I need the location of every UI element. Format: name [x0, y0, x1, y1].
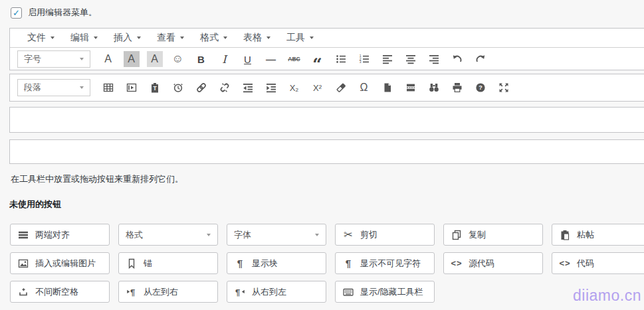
chevron-down-icon: [310, 37, 314, 39]
unused-format-select[interactable]: 格式: [118, 224, 218, 246]
page-document-button[interactable]: [376, 78, 399, 97]
menu-item-format[interactable]: 格式: [192, 29, 235, 47]
clock-icon: [173, 82, 183, 93]
unused-justify-button[interactable]: 两端对齐: [10, 224, 110, 246]
horizontal-rule-button[interactable]: —: [259, 50, 282, 68]
unused-image-button[interactable]: 插入或编辑图片: [10, 252, 110, 274]
unused-show-invisible-button[interactable]: ¶显示不可见字符: [335, 252, 435, 274]
svg-text:T: T: [153, 85, 157, 92]
clear-format-button[interactable]: [329, 78, 352, 97]
unused-font-select[interactable]: 字体: [227, 224, 326, 246]
align-left-icon: [382, 54, 393, 64]
document-icon: [382, 82, 393, 93]
media-icon: [126, 82, 137, 93]
smiley-icon: ☺: [172, 52, 183, 66]
pilcrow-icon: ¶: [342, 258, 354, 269]
paste-text-button[interactable]: T: [143, 78, 166, 97]
chevron-down-icon: [80, 58, 84, 60]
numbered-list-button[interactable]: 123: [352, 50, 376, 68]
anchor-icon: [126, 258, 138, 269]
unused-code-button[interactable]: <>代码: [552, 252, 644, 274]
media-button[interactable]: [120, 78, 143, 97]
italic-button[interactable]: I: [213, 50, 236, 68]
editor-settings-page: ✓ 启用编辑器菜单。 文件 编辑 插入 查看 格式 表格 工具 字号 A A A…: [0, 0, 644, 310]
toolbar-row-2: 段落 T X₂ X² Ω ?: [10, 74, 644, 101]
toolbar-row-4-dropzone[interactable]: [9, 139, 644, 164]
outdent-button[interactable]: [236, 78, 259, 97]
find-replace-button[interactable]: [422, 78, 445, 97]
fullscreen-button[interactable]: [492, 78, 515, 97]
emoticons-button[interactable]: ☺: [166, 50, 189, 68]
svg-text:?: ?: [479, 84, 483, 91]
unused-rtl-button[interactable]: ¶从右到左: [227, 281, 326, 303]
redo-button[interactable]: [469, 50, 492, 68]
unlink-button[interactable]: [213, 78, 236, 97]
unused-nbsp-button[interactable]: 不间断空格: [10, 281, 110, 303]
chevron-down-icon: [51, 37, 54, 39]
help-icon: ?: [475, 82, 486, 93]
align-center-icon: [405, 54, 416, 64]
superscript-button[interactable]: X²: [306, 78, 329, 97]
blockquote-button[interactable]: “: [306, 50, 329, 68]
menu-item-tools[interactable]: 工具: [278, 29, 322, 47]
unused-paste-button[interactable]: 粘帖: [552, 224, 644, 246]
insert-time-button[interactable]: [166, 78, 189, 97]
link-button[interactable]: [189, 78, 213, 97]
menu-item-insert[interactable]: 插入: [106, 29, 149, 47]
menu-item-view[interactable]: 查看: [149, 29, 192, 47]
help-button[interactable]: ?: [469, 78, 492, 97]
toolbar-row-3-dropzone[interactable]: [9, 107, 644, 133]
menu-item-file[interactable]: 文件: [19, 29, 62, 47]
unused-buttons-grid: 两端对齐 格式 字体 ✂剪切 复制 粘帖 插入或编辑图片 锚 ¶显示块 ¶显示不…: [10, 224, 644, 303]
unused-buttons-heading: 未使用的按钮: [9, 198, 61, 210]
font-size-select[interactable]: 字号: [17, 50, 90, 68]
align-center-button[interactable]: [399, 50, 422, 68]
unused-toggle-toolbar-button[interactable]: 显示/隐藏工具栏: [335, 281, 435, 303]
pilcrow-icon: ¶: [234, 258, 246, 269]
outdent-icon: [243, 82, 253, 93]
binoculars-icon: [429, 82, 439, 93]
unused-ltr-button[interactable]: ¶从左到右: [118, 281, 218, 303]
chevron-down-icon: [94, 37, 98, 39]
strikethrough-button[interactable]: ABC: [282, 50, 306, 68]
unused-source-code-button[interactable]: <>源代码: [443, 252, 543, 274]
paragraph-select[interactable]: 段落: [17, 79, 90, 96]
special-char-button[interactable]: Ω: [352, 78, 376, 97]
table-button[interactable]: [96, 78, 120, 97]
unused-anchor-button[interactable]: 锚: [118, 252, 218, 274]
chevron-down-icon: [223, 37, 227, 39]
keyboard-icon: [342, 287, 354, 297]
quote-icon: “: [312, 54, 322, 74]
subscript-button[interactable]: X₂: [282, 78, 306, 97]
underline-button[interactable]: U: [236, 50, 259, 68]
indent-icon: [266, 82, 276, 93]
eraser-icon: [336, 82, 346, 93]
omega-icon: Ω: [360, 82, 368, 94]
rtl-icon: ¶: [234, 287, 246, 297]
chevron-down-icon: [180, 37, 184, 39]
menu-item-table[interactable]: 表格: [235, 29, 278, 47]
bold-button[interactable]: B: [189, 50, 213, 68]
letter-a-button[interactable]: A: [96, 50, 120, 68]
redo-icon: [475, 54, 486, 64]
chevron-down-icon: [315, 234, 319, 236]
align-right-button[interactable]: [422, 50, 445, 68]
enable-menubar-label: 启用编辑器菜单。: [28, 7, 97, 19]
enable-menubar-row: ✓ 启用编辑器菜单。: [11, 7, 97, 19]
page-break-button[interactable]: [399, 78, 422, 97]
undo-button[interactable]: [445, 50, 469, 68]
unused-show-blocks-button[interactable]: ¶显示块: [227, 252, 326, 274]
indent-button[interactable]: [259, 78, 282, 97]
letter-a-light-button[interactable]: A: [143, 50, 166, 68]
unused-cut-button[interactable]: ✂剪切: [335, 224, 435, 246]
toolbar-container-1: 文件 编辑 插入 查看 格式 表格 工具 字号 A A A ☺ B I U — …: [9, 28, 644, 70]
ltr-icon: ¶: [126, 287, 138, 297]
print-button[interactable]: [445, 78, 469, 97]
unused-copy-button[interactable]: 复制: [443, 224, 543, 246]
menu-item-edit[interactable]: 编辑: [62, 29, 106, 47]
letter-a-dark-button[interactable]: A: [120, 50, 143, 68]
bullet-list-button[interactable]: [329, 50, 352, 68]
align-left-button[interactable]: [376, 50, 399, 68]
enable-menubar-checkbox[interactable]: ✓: [11, 7, 22, 19]
code-icon: <>: [451, 258, 463, 268]
